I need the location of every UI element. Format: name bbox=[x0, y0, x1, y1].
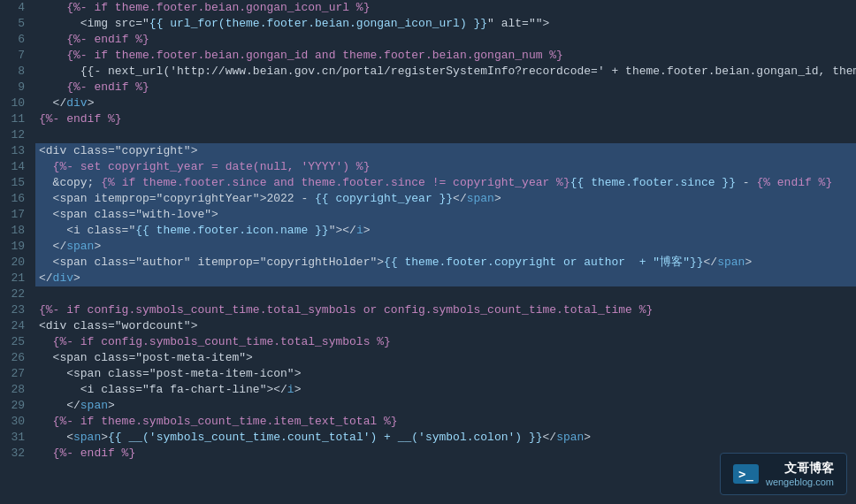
table-row: 8 {{- next_url('http://www.beian.gov.cn/… bbox=[0, 64, 856, 80]
watermark-sub-text: wengeblog.com bbox=[766, 477, 834, 487]
watermark-main-text: 文哥博客 bbox=[784, 461, 834, 477]
line-number: 21 bbox=[0, 271, 35, 286]
line-number: 12 bbox=[0, 127, 35, 143]
watermark: >_ 文哥博客 wengeblog.com bbox=[720, 453, 847, 495]
line-content: </div> bbox=[35, 271, 856, 286]
line-number: 14 bbox=[0, 159, 35, 175]
line-content: &copy; {% if theme.footer.since and them… bbox=[35, 175, 856, 191]
line-content: {%- if theme.footer.beian.gongan_icon_ur… bbox=[35, 0, 856, 16]
line-number: 11 bbox=[0, 111, 35, 127]
line-content: </span> bbox=[35, 398, 856, 414]
line-number: 18 bbox=[0, 223, 35, 239]
line-content: {%- if config.symbols_count_time.total_s… bbox=[35, 334, 856, 350]
table-row: 11{%- endif %} bbox=[0, 111, 856, 127]
table-row: 31 <span>{{ __('symbols_count_time.count… bbox=[0, 430, 856, 446]
table-row: 9 {%- endif %} bbox=[0, 80, 856, 95]
table-row: 15 &copy; {% if theme.footer.since and t… bbox=[0, 175, 856, 191]
line-content: <span class="post-meta-item"> bbox=[35, 350, 856, 366]
line-content: <div class="copyright"> bbox=[35, 143, 856, 159]
line-number: 7 bbox=[0, 48, 35, 64]
table-row: 29 </span> bbox=[0, 398, 856, 414]
line-content: <i class="fa fa-chart-line"></i> bbox=[35, 382, 856, 398]
line-number: 17 bbox=[0, 207, 35, 223]
table-row: 7 {%- if theme.footer.beian.gongan_id an… bbox=[0, 48, 856, 64]
line-number: 16 bbox=[0, 191, 35, 207]
table-row: 6 {%- endif %} bbox=[0, 32, 856, 48]
line-content: <span class="with-love"> bbox=[35, 207, 856, 223]
line-number: 15 bbox=[0, 175, 35, 191]
watermark-icon: >_ bbox=[733, 464, 759, 484]
line-number: 31 bbox=[0, 430, 35, 446]
line-content: </span> bbox=[35, 239, 856, 255]
line-content: <span class="author" itemprop="copyright… bbox=[35, 255, 856, 271]
line-content: <span>{{ __('symbols_count_time.count_to… bbox=[35, 430, 856, 446]
code-lines: 4 {%- if theme.footer.beian.gongan_icon_… bbox=[0, 0, 856, 462]
table-row: 5 <img src="{{ url_for(theme.footer.beia… bbox=[0, 16, 856, 32]
table-row: 12 bbox=[0, 127, 856, 143]
line-content: {%- set copyright_year = date(null, 'YYY… bbox=[35, 159, 856, 175]
line-number: 24 bbox=[0, 318, 35, 334]
line-number: 27 bbox=[0, 366, 35, 382]
table-row: 16 <span itemprop="copyrightYear">2022 -… bbox=[0, 191, 856, 207]
table-row: 22 bbox=[0, 286, 856, 302]
line-content: {%- if theme.footer.beian.gongan_id and … bbox=[35, 48, 856, 64]
table-row: 10 </div> bbox=[0, 95, 856, 111]
line-number: 9 bbox=[0, 80, 35, 95]
table-row: 30 {%- if theme.symbols_count_time.item_… bbox=[0, 414, 856, 430]
line-number: 19 bbox=[0, 239, 35, 255]
table-row: 17 <span class="with-love"> bbox=[0, 207, 856, 223]
table-row: 18 <i class="{{ theme.footer.icon.name }… bbox=[0, 223, 856, 239]
line-number: 22 bbox=[0, 286, 35, 302]
line-content: <span class="post-meta-item-icon"> bbox=[35, 366, 856, 382]
line-content: {{- next_url('http://www.beian.gov.cn/po… bbox=[35, 64, 856, 80]
line-content: <span itemprop="copyrightYear">2022 - {{… bbox=[35, 191, 856, 207]
line-content: <div class="wordcount"> bbox=[35, 318, 856, 334]
line-number: 8 bbox=[0, 64, 35, 80]
line-content: {%- endif %} bbox=[35, 32, 856, 48]
line-content: {%- if config.symbols_count_time.total_s… bbox=[35, 302, 856, 318]
line-content: </div> bbox=[35, 95, 856, 111]
line-content: <img src="{{ url_for(theme.footer.beian.… bbox=[35, 16, 856, 32]
table-row: 14 {%- set copyright_year = date(null, '… bbox=[0, 159, 856, 175]
watermark-right: 文哥博客 wengeblog.com bbox=[766, 461, 834, 487]
table-row: 23{%- if config.symbols_count_time.total… bbox=[0, 302, 856, 318]
code-editor: 4 {%- if theme.footer.beian.gongan_icon_… bbox=[0, 0, 856, 504]
table-row: 20 <span class="author" itemprop="copyri… bbox=[0, 255, 856, 271]
line-number: 29 bbox=[0, 398, 35, 414]
table-row: 27 <span class="post-meta-item-icon"> bbox=[0, 366, 856, 382]
line-number: 23 bbox=[0, 302, 35, 318]
table-row: 24<div class="wordcount"> bbox=[0, 318, 856, 334]
line-content: {%- endif %} bbox=[35, 80, 856, 95]
line-number: 10 bbox=[0, 95, 35, 111]
line-number: 20 bbox=[0, 255, 35, 271]
table-row: 4 {%- if theme.footer.beian.gongan_icon_… bbox=[0, 0, 856, 16]
line-number: 32 bbox=[0, 446, 35, 462]
line-number: 28 bbox=[0, 382, 35, 398]
line-number: 5 bbox=[0, 16, 35, 32]
line-number: 26 bbox=[0, 350, 35, 366]
table-row: 26 <span class="post-meta-item"> bbox=[0, 350, 856, 366]
line-number: 13 bbox=[0, 143, 35, 159]
table-row: 21</div> bbox=[0, 271, 856, 286]
line-number: 6 bbox=[0, 32, 35, 48]
line-number: 25 bbox=[0, 334, 35, 350]
line-content: {%- if theme.symbols_count_time.item_tex… bbox=[35, 414, 856, 430]
line-number: 4 bbox=[0, 0, 35, 16]
line-content: <i class="{{ theme.footer.icon.name }}">… bbox=[35, 223, 856, 239]
table-row: 28 <i class="fa fa-chart-line"></i> bbox=[0, 382, 856, 398]
table-row: 13<div class="copyright"> bbox=[0, 143, 856, 159]
table-row: 25 {%- if config.symbols_count_time.tota… bbox=[0, 334, 856, 350]
line-content: {%- endif %} bbox=[35, 111, 856, 127]
line-number: 30 bbox=[0, 414, 35, 430]
table-row: 19 </span> bbox=[0, 239, 856, 255]
